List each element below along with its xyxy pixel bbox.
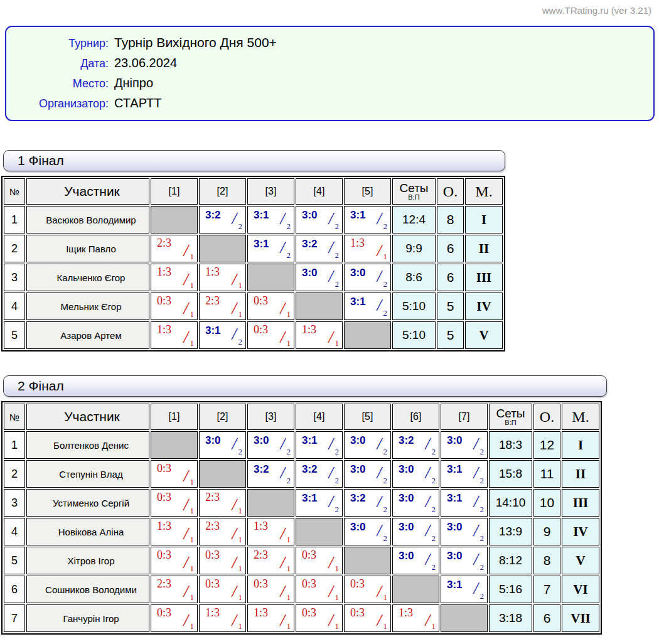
participant-name-cell: Кальченко Єгор [26,264,149,291]
player-row: 4Новікова Аліна1:3/12:3/11:3/13:0/23:0/2… [4,518,599,545]
match-points-sub: 2 [238,447,243,457]
match-points-sub: 1 [335,564,340,574]
match-result-cell: 0:3/1 [199,547,246,574]
place-cell: III [562,489,599,517]
match-result-cell: 0:3/1 [344,576,391,603]
match-result-cell: 3:1/2 [199,321,246,349]
place-cell: VII [562,604,599,632]
match-points-sub: 1 [238,564,243,574]
match-score: 0:3 [205,549,220,562]
header-sets-title: Сеты [399,181,428,195]
site-version-link[interactable]: www.TRating.ru (ver 3.21) [542,5,651,16]
tournament-info-box: Турнир: Турнір Вихідного Дня 500+ Дата: … [5,26,655,121]
match-score: 3:1 [254,209,269,222]
match-score: 3:1 [254,238,269,250]
match-score: 2:3 [254,549,268,562]
match-score: 3:0 [350,463,366,476]
self-match-cell [151,206,198,233]
match-score: 3:1 [447,463,463,476]
match-score: 3:2 [302,238,318,250]
match-points-sub: 1 [190,621,195,631]
match-score: 3:1 [302,492,318,505]
match-slash: / [280,464,285,481]
header-participant: Участник [26,404,149,430]
match-score: 3:0 [447,550,463,562]
header-round-1: [1] [151,404,198,430]
match-score: 3:0 [350,434,366,447]
match-result-cell: 0:3/1 [296,547,343,574]
match-score: 2:3 [205,491,220,504]
self-match-cell [296,518,343,545]
match-score: 0:3 [302,606,316,620]
match-score: 2:3 [157,577,171,591]
match-score: 3:1 [350,209,366,222]
match-slash: / [377,210,382,227]
header-row: №Участник[1][2][3][4][5]СетыВ:ПО.М. [4,178,503,205]
match-result-cell: 3:0/2 [344,518,391,545]
match-score: 3:0 [447,434,463,447]
match-score: 3:0 [399,550,414,562]
match-points-sub: 1 [287,535,291,545]
place-cell: IV [465,292,503,320]
match-score: 3:1 [447,579,463,591]
info-row-tournament: Турнир: Турнір Вихідного Дня 500+ [6,33,653,53]
participant-name-cell: Болтенков Денис [26,431,149,459]
header-place: М. [465,178,503,205]
match-result-cell: 3:1/2 [441,460,488,488]
match-points-sub: 1 [383,252,388,262]
match-result-cell: 3:1/2 [344,292,391,320]
match-points-sub: 1 [287,338,291,348]
match-points-sub: 2 [335,447,340,457]
match-points-sub: 1 [238,621,243,631]
match-slash: / [328,268,333,285]
results-table: №Участник[1][2][3][4][5]СетыВ:ПО.М.1Васю… [1,176,505,352]
info-label: Турнир: [6,34,114,53]
participant-name-cell: Мельник Єгор [26,292,149,320]
self-match-cell [344,547,391,574]
participant-name-cell: Азаров Артем [26,321,149,349]
match-slash: / [232,271,237,288]
match-score: 1:3 [205,606,220,620]
match-points-sub: 2 [238,222,243,232]
match-slash: / [280,210,285,227]
match-score: 1:3 [399,606,413,620]
match-slash: / [232,583,237,600]
participant-name-cell: Васюков Володимир [26,206,149,233]
match-result-cell: 0:3/1 [247,576,294,603]
row-number-cell: 2 [4,235,25,262]
match-points-sub: 1 [238,535,243,545]
match-points-sub: 2 [335,476,340,486]
match-points-sub: 2 [432,505,436,515]
match-result-cell: 0:3/1 [296,604,343,632]
results-table-slot-2: №Участник[1][2][3][4][5][6][7]СетыВ:ПО.М… [0,401,659,635]
match-points-sub: 1 [190,564,195,574]
match-score: 3:0 [205,434,221,447]
match-score: 0:3 [157,606,171,620]
header-round-5: [5] [344,178,391,205]
place-cell: II [562,460,599,488]
match-slash: / [425,436,430,453]
match-result-cell: 3:0/2 [392,489,439,517]
match-score: 1:3 [157,323,171,336]
row-number-cell: 5 [4,321,25,349]
header-number: № [4,178,25,205]
match-slash: / [328,583,333,600]
match-score: 3:0 [447,521,463,534]
participant-name-cell: Іщик Павло [26,235,149,262]
match-score: 0:3 [254,323,268,336]
match-slash: / [377,297,382,314]
match-score: 3:2 [205,209,221,222]
match-score: 3:1 [205,325,221,337]
match-slash: / [183,525,188,542]
match-result-cell: 2:3/1 [151,235,198,262]
sets-cell: 9:9 [392,235,436,262]
row-number-cell: 3 [4,489,25,517]
match-slash: / [183,496,188,513]
points-cell: 8 [533,547,560,574]
match-slash: / [377,268,382,285]
match-score: 3:0 [399,463,414,476]
match-points-sub: 1 [190,535,195,545]
match-score: 1:3 [254,606,268,620]
player-row: 5Хітров Ігор0:3/10:3/12:3/10:3/13:0/23:0… [4,547,599,574]
self-match-cell [199,460,246,488]
